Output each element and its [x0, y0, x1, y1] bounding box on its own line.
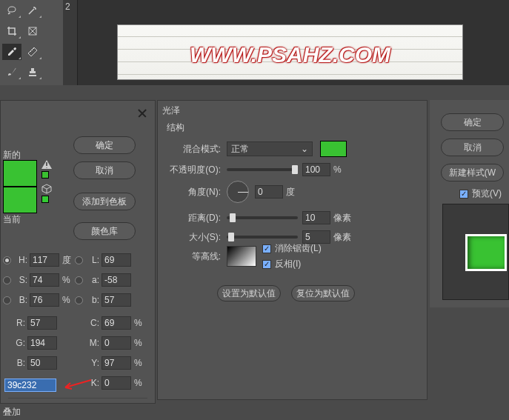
- c-input[interactable]: [102, 316, 131, 330]
- a-input[interactable]: [102, 273, 131, 287]
- current-color-label: 当前: [3, 213, 21, 226]
- lab-b-radio[interactable]: [75, 296, 83, 304]
- watermark-text: WWW.PSAHZ.COM: [190, 42, 390, 67]
- make-default-button[interactable]: 设置为默认值: [217, 285, 281, 301]
- websafe-swatch[interactable]: [41, 196, 49, 203]
- gamut-swatch[interactable]: [41, 171, 49, 179]
- r-row: R:: [3, 316, 57, 330]
- eyedropper-tool[interactable]: [2, 44, 21, 60]
- distance-input[interactable]: [302, 211, 330, 224]
- preview-checkbox[interactable]: [459, 190, 468, 199]
- brush-tool[interactable]: [2, 64, 21, 80]
- canvas-area: WWW.PSAHZ.COM: [78, 0, 509, 85]
- tool-panel: [0, 0, 63, 85]
- preview-thumbnail: [465, 234, 507, 271]
- websafe-icon[interactable]: [41, 184, 52, 194]
- c-row: C: %: [86, 316, 142, 330]
- chevron-down-icon: ⌄: [301, 144, 308, 154]
- new-style-button[interactable]: 新建样式(W: [441, 164, 504, 181]
- reset-default-button[interactable]: 复位为默认值: [291, 285, 355, 301]
- h-row: H: 度: [3, 253, 71, 267]
- ok-button[interactable]: 确定: [73, 136, 136, 154]
- new-color-swatch[interactable]: [3, 160, 37, 187]
- stamp-tool[interactable]: [23, 64, 42, 80]
- add-swatch-button[interactable]: 添加到色板: [73, 193, 136, 210]
- l-radio[interactable]: [75, 256, 83, 264]
- lab-b-row: b:: [75, 293, 131, 307]
- b-rgb-row: B:: [3, 356, 57, 370]
- y-input[interactable]: [102, 356, 131, 370]
- s-row: S: %: [3, 273, 70, 287]
- layer-style-panel: 光泽 结构 混合模式: 正常 ⌄ 不透明度(O): % 角度(N): 度 距离(…: [157, 100, 428, 400]
- workspace: 2 WWW.PSAHZ.COM: [0, 0, 509, 85]
- opacity-slider[interactable]: [227, 168, 298, 171]
- a-radio[interactable]: [75, 276, 83, 284]
- k-input[interactable]: [102, 376, 131, 390]
- invert-checkbox[interactable]: [262, 260, 271, 269]
- lab-b-input[interactable]: [102, 293, 131, 307]
- b-hsb-row: B: %: [3, 293, 70, 307]
- b-hsb-input[interactable]: [30, 293, 59, 307]
- angle-input[interactable]: [255, 185, 283, 199]
- dialog-ok-button[interactable]: 确定: [441, 113, 504, 131]
- g-row: G:: [3, 336, 57, 350]
- right-panel: 确定 取消 新建样式(W 预览(V): [430, 100, 509, 307]
- s-input[interactable]: [30, 273, 59, 287]
- color-picker-dialog: 确定 取消 添加到色板 颜色库 新的 当前 H: 度 S: % B: % L: …: [0, 100, 156, 404]
- angle-dial[interactable]: [227, 181, 249, 203]
- close-icon[interactable]: [137, 108, 147, 119]
- annotation-arrow: [61, 379, 91, 390]
- magic-wand-tool[interactable]: [23, 2, 42, 19]
- panel-title: 光泽: [162, 104, 180, 117]
- r-input[interactable]: [27, 316, 57, 330]
- l-input[interactable]: [102, 253, 131, 267]
- satin-color-swatch[interactable]: [320, 141, 347, 157]
- overlay-label: 叠加: [3, 406, 21, 419]
- crop-tool[interactable]: [2, 23, 21, 39]
- antialias-checkbox[interactable]: [262, 244, 271, 253]
- b-rgb-input[interactable]: [27, 356, 57, 370]
- h-input[interactable]: [30, 253, 59, 267]
- gamut-warning-icon[interactable]: [41, 160, 52, 169]
- ruler-tool[interactable]: [23, 44, 42, 60]
- frame-tool[interactable]: [23, 23, 42, 39]
- y-row: Y: %: [86, 356, 142, 370]
- size-slider[interactable]: [227, 236, 298, 239]
- k-row: K: %: [86, 376, 142, 390]
- lasso-tool[interactable]: [2, 2, 21, 19]
- blend-mode-select[interactable]: 正常 ⌄: [227, 141, 313, 156]
- vertical-ruler: 2: [63, 0, 78, 85]
- distance-slider[interactable]: [227, 216, 298, 219]
- b-hsb-radio[interactable]: [3, 296, 11, 304]
- l-row: L:: [75, 253, 131, 267]
- current-color-swatch[interactable]: [3, 187, 37, 213]
- m-input[interactable]: [102, 336, 131, 350]
- h-radio[interactable]: [3, 256, 11, 264]
- cancel-button[interactable]: 取消: [73, 161, 136, 179]
- color-library-button[interactable]: 颜色库: [73, 222, 136, 240]
- g-input[interactable]: [27, 336, 57, 350]
- preview-area: [442, 204, 509, 300]
- m-row: M: %: [86, 336, 142, 350]
- canvas-document[interactable]: WWW.PSAHZ.COM: [117, 24, 463, 80]
- a-row: a:: [75, 273, 131, 287]
- hex-input[interactable]: [4, 379, 56, 392]
- contour-picker[interactable]: [227, 246, 256, 267]
- opacity-input[interactable]: [302, 163, 330, 176]
- s-radio[interactable]: [3, 276, 11, 284]
- section-label: 结构: [167, 121, 184, 134]
- dialog-cancel-button[interactable]: 取消: [441, 139, 504, 156]
